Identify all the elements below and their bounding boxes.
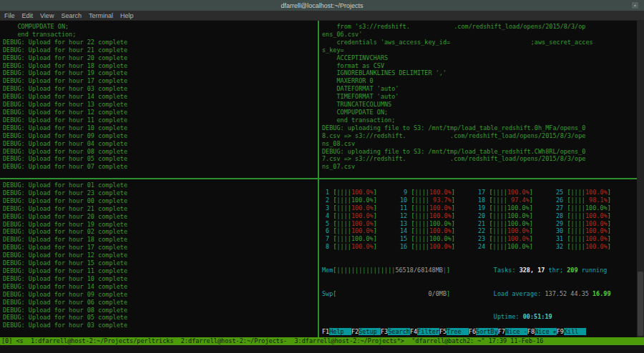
fkey-f5-tree[interactable]: F5Tree — [439, 328, 469, 336]
terminal-window: dfarrell@localhost:~/Projects ▪ File Edi… — [0, 0, 644, 353]
pane-htop[interactable]: 1 [||||100.0%] 2 [||||100.0%] 3 [||||100… — [319, 179, 637, 337]
memory-meters: Mem[||||||||||||||||56518/68148MB|] Swp[… — [322, 251, 634, 337]
pane-top-right-log[interactable]: from 's3://redshift. .com/redshift_load/… — [319, 21, 637, 178]
cpu-meter-14: 14 [||||100.0%] — [400, 227, 478, 235]
window-titlebar: dfarrell@localhost:~/Projects ▪ — [0, 0, 644, 11]
cpu-meter-10: 10 [|||| 93.7%] — [400, 197, 478, 204]
fkey-f1-help[interactable]: F1Help — [322, 328, 351, 336]
cpu-meter-18: 18 [|||| 97.4%] — [478, 197, 556, 204]
fkey-f3-search[interactable]: F3Search — [381, 328, 410, 336]
cpu-meter-7: 7 [||||100.0%] — [322, 235, 400, 243]
close-icon[interactable]: ▪ — [632, 2, 638, 9]
cpu-meter-23: 23 [||||100.0%] — [478, 235, 556, 243]
menu-bar: File Edit View Search Terminal Help — [0, 11, 644, 21]
swap-meter: Swp[ 0/0MB] — [322, 290, 494, 298]
menu-view[interactable]: View — [40, 12, 54, 19]
cpu-meter-21: 21 [||||100.0%] — [478, 220, 556, 228]
cpu-meter-16: 16 [||||100.0%] — [400, 243, 478, 251]
cpu-meter-28: 28 [||||100.0%] — [556, 212, 634, 220]
window-title: dfarrell@localhost:~/Projects — [281, 2, 364, 9]
tmux-status-bar: [0] <s 1:dfarrell@host-2:~/Projects/perl… — [0, 337, 644, 345]
log-text: DEBUG: Upload for hour 01 complete DEBUG… — [3, 182, 315, 329]
cpu-meter-3: 3 [||||100.0%] — [322, 204, 400, 212]
cpu-meter-15: 15 [||||100.0%] — [400, 235, 478, 243]
tmux-session-name: [0] <s — [1, 337, 31, 344]
menu-search[interactable]: Search — [61, 12, 82, 19]
cpu-meter-27: 27 [||||100.0%] — [556, 204, 634, 212]
fkey-f9-kill[interactable]: F9Kill — [557, 328, 586, 336]
pane-bottom-left-log[interactable]: DEBUG: Upload for hour 01 complete DEBUG… — [0, 179, 318, 337]
tmux-window-2[interactable]: 2:dfarrell@host-2:~/Projects- — [181, 337, 295, 344]
fkey-f8-nice+[interactable]: F8Nice + — [527, 328, 557, 336]
tmux-status-right: "dfarrell@batch2: ~" 17:39 11-Feb-16 — [411, 337, 543, 344]
cpu-meter-17: 17 [||||100.0%] — [478, 189, 556, 197]
cpu-meter-8: 8 [||||100.0%] — [322, 243, 400, 251]
fkey-f2-setup[interactable]: F2Setup — [351, 328, 381, 336]
fkey-f7-nice-[interactable]: F7Nice - — [498, 328, 527, 336]
cpu-meter-4: 4 [||||100.0%] — [322, 212, 400, 220]
log-text: COMPUPDATE ON; end transaction; DEBUG: U… — [3, 23, 315, 171]
cpu-meter-19: 19 [||||100.0%] — [478, 204, 556, 212]
cpu-meter-12: 12 [||||100.0%] — [400, 212, 478, 220]
cpu-meter-11: 11 [||||100.0%] — [400, 204, 478, 212]
cpu-meter-5: 5 [||||100.0%] — [322, 220, 400, 228]
tmux-session: COMPUPDATE ON; end transaction; DEBUG: U… — [0, 21, 644, 337]
menu-file[interactable]: File — [4, 12, 15, 19]
terminal-scrollbar[interactable] — [637, 21, 644, 337]
cpu-meter-13: 13 [||||100.0%] — [400, 220, 478, 228]
menu-edit[interactable]: Edit — [22, 12, 34, 19]
fkey-f4-filter[interactable]: F4Filter — [410, 328, 439, 336]
cpu-meter-24: 24 [||||100.0%] — [478, 243, 556, 251]
cpu-meter-1: 1 [||||100.0%] — [322, 189, 400, 197]
cpu-meter-2: 2 [||||100.0%] — [322, 197, 400, 204]
cpu-meter-25: 25 [||||100.0%] — [556, 189, 634, 197]
window-bottom-filler — [0, 345, 644, 353]
cpu-meter-20: 20 [||||100.0%] — [478, 212, 556, 220]
menu-help[interactable]: Help — [120, 12, 134, 19]
pane-top-left-log[interactable]: COMPUPDATE ON; end transaction; DEBUG: U… — [0, 21, 318, 178]
fkey-f6-sortby[interactable]: F6SortBy — [469, 328, 498, 336]
load-average: Load average: 137.52 44.35 16.99 — [494, 290, 634, 298]
cpu-meter-32: 32 [||||100.0%] — [556, 243, 634, 251]
cpu-meter-31: 31 [||||100.0%] — [556, 235, 634, 243]
cpu-meter-29: 29 [||||100.0%] — [556, 220, 634, 228]
cpu-meter-22: 22 [||||100.0%] — [478, 227, 556, 235]
scrollbar-thumb[interactable] — [638, 272, 643, 336]
cpu-meter-6: 6 [||||100.0%] — [322, 227, 400, 235]
log-text: from 's3://redshift. .com/redshift_load/… — [322, 23, 634, 171]
cpu-meter-grid: 1 [||||100.0%] 2 [||||100.0%] 3 [||||100… — [322, 189, 634, 251]
tmux-window-1[interactable]: 1:dfarrell@host-2:~/Projects/perltricks — [31, 337, 181, 344]
htop-function-keys: F1Help F2Setup F3SearchF4FilterF5Tree F6… — [322, 328, 635, 336]
uptime: Uptime: 00:51:19 — [494, 313, 634, 321]
mem-meter: Mem[||||||||||||||||56518/68148MB|] — [322, 267, 494, 274]
cpu-meter-9: 9 [||||100.0%] — [400, 189, 478, 197]
tmux-window-3[interactable]: 3:dfarrell@host-2:~/Projects*> — [294, 337, 411, 344]
cpu-meter-30: 30 [||||100.0%] — [556, 227, 634, 235]
tasks-summary: Tasks: 328, 17 thr; 209 running — [494, 267, 634, 274]
cpu-meter-26: 26 [|||| 98.1%] — [556, 197, 634, 204]
menu-terminal[interactable]: Terminal — [89, 12, 113, 19]
